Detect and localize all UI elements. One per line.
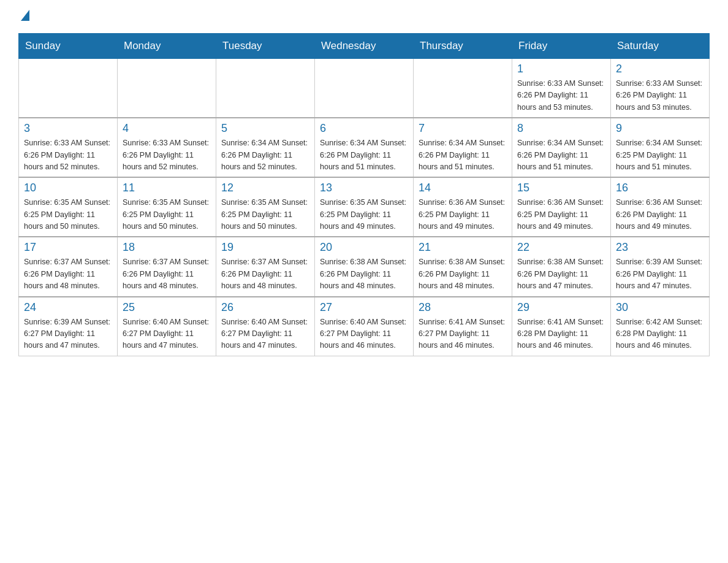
calendar-cell: 12Sunrise: 6:35 AM Sunset: 6:25 PM Dayli… — [216, 177, 315, 237]
day-number: 7 — [419, 122, 507, 135]
day-number: 25 — [123, 301, 211, 314]
day-info: Sunrise: 6:33 AM Sunset: 6:26 PM Dayligh… — [24, 137, 112, 173]
day-of-week-header: Tuesday — [216, 34, 315, 59]
calendar-week-row: 10Sunrise: 6:35 AM Sunset: 6:25 PM Dayli… — [19, 177, 710, 237]
day-info: Sunrise: 6:34 AM Sunset: 6:26 PM Dayligh… — [419, 137, 507, 173]
calendar-cell: 10Sunrise: 6:35 AM Sunset: 6:25 PM Dayli… — [19, 177, 118, 237]
day-number: 8 — [517, 122, 605, 135]
day-number: 1 — [517, 63, 605, 75]
day-number: 16 — [616, 182, 704, 194]
day-info: Sunrise: 6:35 AM Sunset: 6:25 PM Dayligh… — [221, 197, 309, 232]
logo-triangle-icon — [21, 10, 29, 21]
calendar-header-row: SundayMondayTuesdayWednesdayThursdayFrid… — [19, 34, 710, 59]
day-info: Sunrise: 6:42 AM Sunset: 6:28 PM Dayligh… — [616, 316, 704, 352]
day-number: 24 — [24, 301, 112, 314]
calendar-cell: 17Sunrise: 6:37 AM Sunset: 6:26 PM Dayli… — [19, 237, 118, 296]
day-number: 21 — [419, 241, 507, 254]
day-number: 2 — [616, 63, 704, 75]
day-number: 3 — [24, 122, 112, 135]
calendar-cell — [414, 59, 512, 118]
day-info: Sunrise: 6:39 AM Sunset: 6:26 PM Dayligh… — [616, 256, 704, 292]
day-number: 9 — [616, 122, 704, 135]
day-number: 28 — [419, 301, 507, 314]
day-info: Sunrise: 6:33 AM Sunset: 6:26 PM Dayligh… — [123, 137, 211, 173]
calendar-cell: 20Sunrise: 6:38 AM Sunset: 6:26 PM Dayli… — [315, 237, 414, 296]
calendar-cell: 19Sunrise: 6:37 AM Sunset: 6:26 PM Dayli… — [216, 237, 315, 296]
calendar-cell: 27Sunrise: 6:40 AM Sunset: 6:27 PM Dayli… — [315, 297, 414, 356]
day-info: Sunrise: 6:33 AM Sunset: 6:26 PM Dayligh… — [517, 78, 605, 113]
calendar-cell: 3Sunrise: 6:33 AM Sunset: 6:26 PM Daylig… — [19, 118, 118, 177]
day-number: 5 — [221, 122, 309, 135]
day-of-week-header: Sunday — [19, 34, 118, 59]
day-number: 27 — [320, 301, 408, 314]
calendar-cell: 16Sunrise: 6:36 AM Sunset: 6:26 PM Dayli… — [611, 177, 710, 237]
day-of-week-header: Thursday — [414, 34, 512, 59]
calendar-cell: 30Sunrise: 6:42 AM Sunset: 6:28 PM Dayli… — [611, 297, 710, 356]
day-of-week-header: Monday — [118, 34, 216, 59]
day-info: Sunrise: 6:34 AM Sunset: 6:26 PM Dayligh… — [320, 137, 408, 173]
day-info: Sunrise: 6:40 AM Sunset: 6:27 PM Dayligh… — [320, 316, 408, 352]
calendar-cell: 25Sunrise: 6:40 AM Sunset: 6:27 PM Dayli… — [118, 297, 216, 356]
day-info: Sunrise: 6:35 AM Sunset: 6:25 PM Dayligh… — [123, 197, 211, 232]
day-info: Sunrise: 6:40 AM Sunset: 6:27 PM Dayligh… — [221, 316, 309, 352]
day-info: Sunrise: 6:35 AM Sunset: 6:25 PM Dayligh… — [24, 197, 112, 232]
day-info: Sunrise: 6:34 AM Sunset: 6:26 PM Dayligh… — [221, 137, 309, 173]
calendar-table: SundayMondayTuesdayWednesdayThursdayFrid… — [18, 33, 710, 356]
calendar-cell: 14Sunrise: 6:36 AM Sunset: 6:25 PM Dayli… — [414, 177, 512, 237]
day-info: Sunrise: 6:33 AM Sunset: 6:26 PM Dayligh… — [616, 78, 704, 113]
calendar-cell: 1Sunrise: 6:33 AM Sunset: 6:26 PM Daylig… — [512, 59, 611, 118]
calendar-cell: 2Sunrise: 6:33 AM Sunset: 6:26 PM Daylig… — [611, 59, 710, 118]
day-of-week-header: Friday — [512, 34, 611, 59]
calendar-cell: 22Sunrise: 6:38 AM Sunset: 6:26 PM Dayli… — [512, 237, 611, 296]
calendar-cell: 23Sunrise: 6:39 AM Sunset: 6:26 PM Dayli… — [611, 237, 710, 296]
calendar-cell: 29Sunrise: 6:41 AM Sunset: 6:28 PM Dayli… — [512, 297, 611, 356]
day-number: 26 — [221, 301, 309, 314]
calendar-cell: 28Sunrise: 6:41 AM Sunset: 6:27 PM Dayli… — [414, 297, 512, 356]
calendar-cell: 5Sunrise: 6:34 AM Sunset: 6:26 PM Daylig… — [216, 118, 315, 177]
calendar-cell: 7Sunrise: 6:34 AM Sunset: 6:26 PM Daylig… — [414, 118, 512, 177]
day-info: Sunrise: 6:41 AM Sunset: 6:27 PM Dayligh… — [419, 316, 507, 352]
calendar-cell: 24Sunrise: 6:39 AM Sunset: 6:27 PM Dayli… — [19, 297, 118, 356]
calendar-week-row: 24Sunrise: 6:39 AM Sunset: 6:27 PM Dayli… — [19, 297, 710, 356]
day-info: Sunrise: 6:37 AM Sunset: 6:26 PM Dayligh… — [123, 256, 211, 292]
day-info: Sunrise: 6:34 AM Sunset: 6:26 PM Dayligh… — [517, 137, 605, 173]
day-number: 19 — [221, 241, 309, 254]
day-of-week-header: Wednesday — [315, 34, 414, 59]
day-number: 23 — [616, 241, 704, 254]
day-number: 17 — [24, 241, 112, 254]
day-number: 29 — [517, 301, 605, 314]
day-info: Sunrise: 6:37 AM Sunset: 6:26 PM Dayligh… — [221, 256, 309, 292]
calendar-cell: 11Sunrise: 6:35 AM Sunset: 6:25 PM Dayli… — [118, 177, 216, 237]
day-number: 4 — [123, 122, 211, 135]
day-info: Sunrise: 6:37 AM Sunset: 6:26 PM Dayligh… — [24, 256, 112, 292]
day-number: 12 — [221, 182, 309, 194]
calendar-cell — [19, 59, 118, 118]
logo — [18, 12, 29, 21]
calendar-cell: 4Sunrise: 6:33 AM Sunset: 6:26 PM Daylig… — [118, 118, 216, 177]
calendar-cell: 13Sunrise: 6:35 AM Sunset: 6:25 PM Dayli… — [315, 177, 414, 237]
calendar-week-row: 1Sunrise: 6:33 AM Sunset: 6:26 PM Daylig… — [19, 59, 710, 118]
calendar-cell: 8Sunrise: 6:34 AM Sunset: 6:26 PM Daylig… — [512, 118, 611, 177]
day-number: 30 — [616, 301, 704, 314]
day-info: Sunrise: 6:35 AM Sunset: 6:25 PM Dayligh… — [320, 197, 408, 232]
calendar-cell — [118, 59, 216, 118]
day-number: 15 — [517, 182, 605, 194]
day-info: Sunrise: 6:39 AM Sunset: 6:27 PM Dayligh… — [24, 316, 112, 352]
day-info: Sunrise: 6:38 AM Sunset: 6:26 PM Dayligh… — [419, 256, 507, 292]
day-info: Sunrise: 6:38 AM Sunset: 6:26 PM Dayligh… — [517, 256, 605, 292]
day-number: 13 — [320, 182, 408, 194]
calendar-cell — [315, 59, 414, 118]
day-of-week-header: Saturday — [611, 34, 710, 59]
day-number: 11 — [123, 182, 211, 194]
day-number: 20 — [320, 241, 408, 254]
day-info: Sunrise: 6:40 AM Sunset: 6:27 PM Dayligh… — [123, 316, 211, 352]
calendar-week-row: 17Sunrise: 6:37 AM Sunset: 6:26 PM Dayli… — [19, 237, 710, 296]
calendar-cell: 15Sunrise: 6:36 AM Sunset: 6:25 PM Dayli… — [512, 177, 611, 237]
day-number: 10 — [24, 182, 112, 194]
calendar-cell: 26Sunrise: 6:40 AM Sunset: 6:27 PM Dayli… — [216, 297, 315, 356]
calendar-cell: 21Sunrise: 6:38 AM Sunset: 6:26 PM Dayli… — [414, 237, 512, 296]
day-number: 6 — [320, 122, 408, 135]
day-info: Sunrise: 6:36 AM Sunset: 6:25 PM Dayligh… — [517, 197, 605, 232]
calendar-cell — [216, 59, 315, 118]
day-info: Sunrise: 6:36 AM Sunset: 6:26 PM Dayligh… — [616, 197, 704, 232]
